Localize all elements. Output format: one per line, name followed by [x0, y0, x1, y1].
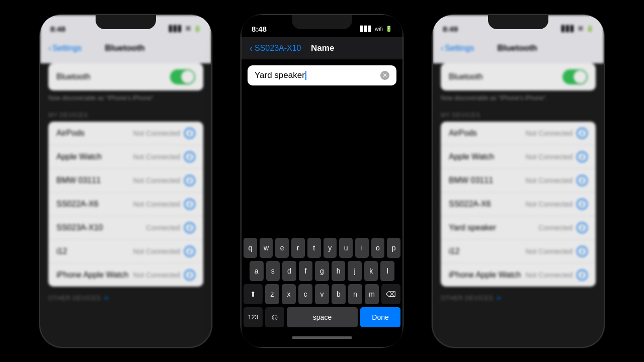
center-black-area [242, 89, 403, 235]
key-c[interactable]: c [298, 284, 312, 304]
key-t[interactable]: t [307, 238, 321, 258]
key-b[interactable]: b [332, 284, 346, 304]
key-w[interactable]: w [260, 238, 273, 258]
right-device-item-iphone-aw[interactable]: iPhone Apple Watch Not Connected i [441, 263, 596, 287]
left-bluetooth-toggle-row: Bluetooth [48, 63, 203, 90]
right-info-btn-bmw[interactable]: i [577, 175, 588, 186]
right-info-btn-iphone-aw[interactable]: i [577, 269, 588, 281]
right-device-item-ss022[interactable]: SS022A-X6 Not Connected i [441, 193, 596, 216]
right-device-item-i12[interactable]: i12 Not Connected i [441, 240, 596, 263]
left-info-btn-airpods[interactable]: i [184, 128, 195, 139]
center-nav-bar: ‹ SS023A-X10 Name [242, 37, 403, 59]
wifi-icon: ⌘ [185, 25, 191, 32]
key-u[interactable]: u [339, 238, 353, 258]
key-j[interactable]: j [348, 261, 362, 281]
right-status-icons: ▋▋▋ ⌘ 🔋 [561, 25, 594, 32]
left-device-name-applewatch: Apple Watch [56, 152, 133, 161]
key-l[interactable]: l [380, 261, 394, 281]
left-device-status-iphone-aw: Not Connected [133, 271, 180, 279]
key-m[interactable]: m [365, 284, 379, 304]
center-back-chevron: ‹ [250, 44, 253, 53]
keyboard-row-1: q w e r t y u i o p [242, 235, 403, 258]
right-info-btn-i12[interactable]: i [577, 246, 588, 257]
left-device-item-iphone-aw[interactable]: iPhone Apple Watch Not Connected i [48, 263, 203, 287]
right-device-item-bmw[interactable]: BMW 03111 Not Connected i [441, 169, 596, 193]
key-r[interactable]: r [291, 238, 305, 258]
right-info-btn-ss022[interactable]: i [577, 199, 588, 210]
right-info-btn-airpods[interactable]: i [577, 128, 588, 139]
keyboard-row-4: 123 ☺ space Done [242, 304, 403, 331]
left-info-btn-iphone-aw[interactable]: i [184, 269, 195, 281]
right-header-title: Bluetooth [474, 43, 560, 53]
center-keyboard: q w e r t y u i o p a s d f g [242, 235, 403, 347]
left-device-item-airpods[interactable]: AirPods Not Connected i [48, 122, 203, 145]
key-emoji[interactable]: ☺ [265, 307, 284, 327]
key-delete[interactable]: ⌫ [381, 284, 400, 304]
key-space[interactable]: space [287, 307, 358, 327]
left-device-item-ss023[interactable]: SS023A-X10 Connected i [48, 216, 203, 240]
center-back-button[interactable]: ‹ SS023A-X10 [250, 44, 301, 53]
key-k[interactable]: k [364, 261, 378, 281]
key-s[interactable]: s [266, 261, 280, 281]
center-signal-icon: ▋▋▋ [360, 26, 372, 32]
left-device-item-i12[interactable]: i12 Not Connected i [48, 240, 203, 263]
key-a[interactable]: a [250, 261, 264, 281]
key-z[interactable]: z [265, 284, 279, 304]
left-device-item-bmw[interactable]: BMW 03111 Not Connected i [48, 169, 203, 193]
center-input-value: Yard speaker [255, 70, 306, 80]
right-info-btn-applewatch[interactable]: i [577, 151, 588, 162]
key-n[interactable]: n [348, 284, 362, 304]
right-bluetooth-toggle[interactable] [562, 69, 588, 84]
key-o[interactable]: o [371, 238, 385, 258]
center-text-field[interactable]: Yard speaker ✕ [248, 65, 396, 85]
left-phone-notch [96, 15, 156, 29]
left-header-title: Bluetooth [82, 43, 168, 53]
left-device-status-ss023: Connected [146, 224, 180, 232]
right-info-btn-yardspeaker[interactable]: i [577, 222, 588, 233]
battery-icon: 🔋 [194, 25, 201, 32]
left-bluetooth-toggle[interactable] [170, 69, 195, 84]
key-h[interactable]: h [332, 261, 346, 281]
left-device-item-ss022[interactable]: SS022A-X6 Not Connected i [48, 193, 203, 216]
right-device-name-airpods: AirPods [449, 129, 526, 138]
right-device-name-i12: i12 [449, 247, 526, 256]
left-device-status-ss022: Not Connected [133, 200, 180, 208]
key-e[interactable]: e [275, 238, 289, 258]
left-info-btn-bmw[interactable]: i [184, 175, 195, 186]
key-y[interactable]: y [324, 238, 337, 258]
left-back-button[interactable]: ‹ Settings [48, 44, 82, 53]
left-status-time: 8:48 [50, 25, 65, 33]
right-device-name-iphone-aw: iPhone Apple Watch [449, 270, 526, 280]
right-device-status-ss022: Not Connected [526, 200, 573, 208]
right-device-item-applewatch[interactable]: Apple Watch Not Connected i [441, 145, 596, 169]
left-chevron-icon: ‹ [48, 44, 51, 53]
key-q[interactable]: q [244, 238, 257, 258]
key-i[interactable]: i [355, 238, 369, 258]
right-device-status-iphone-aw: Not Connected [526, 271, 573, 279]
right-device-item-yardspeaker[interactable]: Yard speaker Connected i [441, 216, 596, 240]
center-nav-title: Name [301, 43, 344, 53]
left-info-btn-applewatch[interactable]: i [184, 151, 195, 162]
right-device-item-airpods[interactable]: AirPods Not Connected i [441, 122, 596, 145]
key-g[interactable]: g [315, 261, 329, 281]
key-shift[interactable]: ⬆ [244, 284, 263, 304]
key-p[interactable]: p [387, 238, 400, 258]
left-device-item-applewatch[interactable]: Apple Watch Not Connected i [48, 145, 203, 169]
left-toggle-thumb [181, 70, 194, 83]
right-device-name-ss022: SS022A-X6 [449, 200, 526, 209]
right-device-name-bmw: BMW 03111 [449, 176, 526, 185]
left-bluetooth-label: Bluetooth [56, 72, 170, 81]
center-status-time: 8:48 [252, 25, 267, 33]
key-numbers[interactable]: 123 [244, 307, 263, 327]
left-device-status-airpods: Not Connected [133, 129, 180, 137]
left-info-btn-ss022[interactable]: i [184, 199, 195, 210]
left-info-btn-i12[interactable]: i [184, 246, 195, 257]
key-v[interactable]: v [315, 284, 329, 304]
key-x[interactable]: x [282, 284, 296, 304]
key-d[interactable]: d [282, 261, 296, 281]
left-info-btn-ss023[interactable]: i [184, 222, 195, 233]
key-return[interactable]: Done [360, 307, 400, 327]
right-back-button[interactable]: ‹ Settings [441, 44, 474, 53]
key-f[interactable]: f [299, 261, 313, 281]
center-clear-button[interactable]: ✕ [380, 71, 389, 80]
